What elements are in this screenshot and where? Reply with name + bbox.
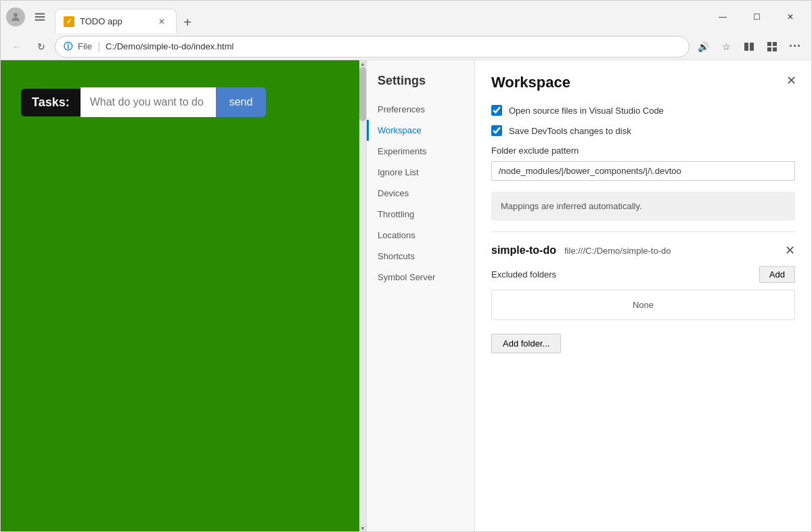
mappings-box: Mappings are inferred automatically. [491,192,795,221]
settings-item-experiments[interactable]: Experiments [367,141,474,162]
excluded-label: Excluded folders [491,269,556,280]
todo-send-button[interactable]: send [216,87,267,117]
workspace-remove-button[interactable]: ✕ [785,243,795,258]
workspace-entry-header: simple-to-do file:///C:/Demo/simple-to-d… [491,243,795,258]
tab-title: TODO app [80,16,150,26]
title-bar: ✓ TODO app ✕ + — ☐ ✕ [1,1,811,33]
svg-rect-6 [767,42,771,46]
tab-favicon: ✓ [64,16,74,27]
browser-content: Tasks: send ▲ ▼ Settings Preferences Wor… [1,60,811,531]
settings-item-ignore-list[interactable]: Ignore List [367,162,474,183]
back-button[interactable]: ← [6,36,28,58]
tab-close-button[interactable]: ✕ [156,16,168,28]
checkbox-vscode[interactable] [491,105,502,116]
profile-avatar[interactable] [6,7,25,26]
settings-item-symbol-server[interactable]: Symbol Server [367,267,474,288]
minimize-button[interactable]: — [707,6,738,28]
svg-rect-8 [767,47,771,51]
workspace-panel-title: Workspace [491,74,795,91]
svg-rect-9 [773,47,777,51]
title-bar-left [6,7,49,26]
scrollbar-track: ▲ ▼ [359,60,366,531]
todo-label: Tasks: [21,89,81,116]
todo-input[interactable] [81,87,216,117]
close-panel-button[interactable]: ✕ [782,71,800,90]
settings-item-devices[interactable]: Devices [367,183,474,204]
refresh-button[interactable]: ↻ [30,36,52,58]
settings-item-locations[interactable]: Locations [367,225,474,246]
tabs-bar: ✓ TODO app ✕ + [55,1,702,33]
window-controls: — ☐ ✕ [707,6,806,28]
maximize-button[interactable]: ☐ [741,6,772,28]
checkbox-vscode-label: Open source files in Visual Studio Code [509,106,664,116]
address-bar: ← ↻ ⓘ File | C:/Demo/simple-to-do/index.… [1,33,811,60]
excluded-header: Excluded folders Add [491,266,795,283]
add-folder-button[interactable]: Add folder... [491,334,561,353]
settings-item-preferences[interactable]: Preferences [367,99,474,120]
settings-item-shortcuts[interactable]: Shortcuts [367,246,474,267]
info-icon: ⓘ [64,41,72,53]
svg-rect-5 [750,43,754,51]
devtools-panel: Settings Preferences Workspace Experimen… [366,60,811,531]
scrollbar-thumb[interactable] [359,67,366,121]
none-box: None [491,290,795,320]
settings-sidebar-title: Settings [367,68,474,99]
checkbox-disk-label: Save DevTools changes to disk [509,126,631,136]
divider [491,231,795,232]
todo-app: Tasks: send [21,87,266,117]
file-label: File [78,41,92,51]
scrollbar-up-arrow[interactable]: ▲ [359,60,366,67]
separator: | [97,41,100,53]
favorite-button[interactable]: ☆ [715,36,737,58]
url-display: C:/Demo/simple-to-do/index.html [106,41,681,51]
read-aloud-button[interactable]: 🔊 [692,36,714,58]
workspace-name: simple-to-do [491,244,556,257]
folder-exclude-label: Folder exclude pattern [491,146,795,156]
checkbox-row-disk: Save DevTools changes to disk [491,125,795,136]
close-button[interactable]: ✕ [775,6,806,28]
svg-point-0 [14,13,18,17]
settings-item-workspace[interactable]: Workspace [367,120,474,141]
workspace-path: file:///C:/Demo/simple-to-do [564,246,777,256]
checkbox-row-vscode: Open source files in Visual Studio Code [491,105,795,116]
svg-rect-4 [744,43,748,51]
toolbar-actions: 🔊 ☆ ··· [692,36,806,58]
new-tab-button[interactable]: + [177,12,198,33]
more-button[interactable]: ··· [784,36,806,58]
folder-exclude-input[interactable] [491,161,795,181]
checkbox-disk[interactable] [491,125,502,136]
settings-sidebar: Settings Preferences Workspace Experimen… [367,60,475,531]
scrollbar-down-arrow[interactable]: ▼ [359,525,366,531]
settings-item-throttling[interactable]: Throttling [367,204,474,225]
add-excluded-button[interactable]: Add [759,266,795,283]
svg-rect-7 [773,42,777,46]
webpage-area: Tasks: send ▲ ▼ [1,60,366,531]
active-tab[interactable]: ✓ TODO app ✕ [55,9,177,33]
svg-rect-3 [35,20,45,21]
svg-rect-1 [35,14,45,15]
collections-button[interactable] [761,36,783,58]
split-screen-button[interactable] [738,36,760,58]
workspace-content: Workspace ✕ Open source files in Visual … [475,60,811,531]
svg-rect-2 [35,16,45,18]
sidebar-toggle-button[interactable] [30,7,49,26]
workspace-entry: simple-to-do file:///C:/Demo/simple-to-d… [491,243,795,320]
address-input-wrap[interactable]: ⓘ File | C:/Demo/simple-to-do/index.html [55,36,690,58]
